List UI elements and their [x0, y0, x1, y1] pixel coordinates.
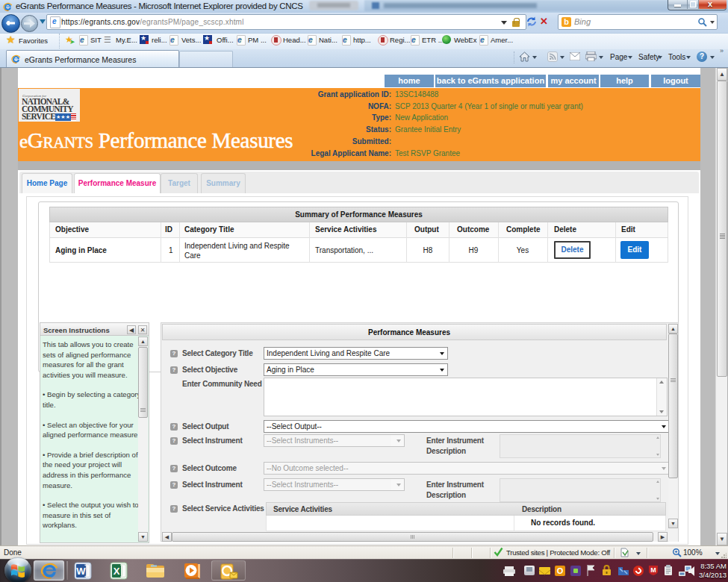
svg-text:M: M	[650, 566, 656, 574]
svg-text:X: X	[113, 566, 120, 577]
svg-text:W: W	[76, 566, 86, 577]
